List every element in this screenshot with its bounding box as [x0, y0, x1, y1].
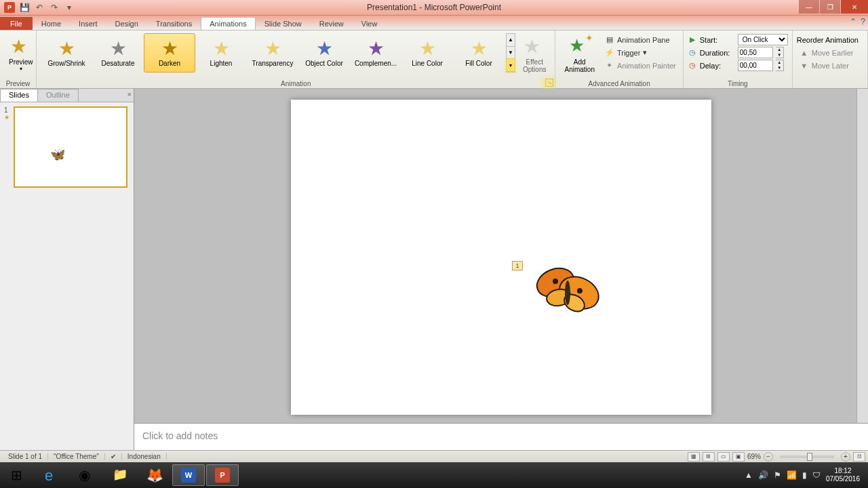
- close-button[interactable]: ✕: [841, 0, 868, 14]
- delay-spinner[interactable]: ▲▼: [776, 60, 784, 71]
- tab-view[interactable]: View: [353, 17, 387, 30]
- zoom-in-button[interactable]: +: [841, 452, 850, 462]
- save-icon[interactable]: 💾: [19, 2, 30, 13]
- tray-battery-icon[interactable]: ▮: [802, 470, 807, 480]
- star-icon: ★: [264, 39, 281, 58]
- tray-network-icon[interactable]: 📶: [787, 470, 797, 480]
- status-theme[interactable]: "Office Theme": [48, 453, 105, 460]
- anim-item-desaturate[interactable]: ★Desaturate: [92, 33, 144, 73]
- taskbar-word[interactable]: W: [172, 464, 205, 486]
- taskbar-powerpoint[interactable]: P: [206, 464, 239, 486]
- panel-tab-slides[interactable]: Slides: [0, 89, 38, 102]
- tab-animations[interactable]: Animations: [201, 17, 255, 30]
- tray-volume-icon[interactable]: 🔊: [758, 470, 768, 480]
- preview-star-icon: ★: [10, 35, 32, 57]
- thumbnail-area[interactable]: 1 ★ 🦋: [0, 102, 134, 450]
- quick-access-toolbar: P 💾 ↶ ↷ ▾: [0, 2, 79, 13]
- star-icon: ★: [110, 39, 127, 58]
- anim-item-linecolor[interactable]: ★Line Color: [401, 33, 453, 73]
- butterfly-image[interactable]: [528, 262, 603, 317]
- svg-point-5: [553, 279, 558, 284]
- anim-item-fillcolor[interactable]: ★Fill Color: [453, 33, 505, 73]
- status-slide[interactable]: Slide 1 of 1: [3, 453, 48, 460]
- duration-spinner[interactable]: ▲▼: [776, 47, 784, 58]
- vertical-scrollbar[interactable]: [856, 89, 868, 423]
- taskbar-chrome[interactable]: ◉: [71, 464, 103, 486]
- taskbar-clock[interactable]: 18:12 07/05/2016: [826, 467, 860, 483]
- zoom-slider[interactable]: [780, 455, 834, 458]
- slide-panel: Slides Outline × 1 ★ 🦋: [0, 89, 134, 450]
- fit-window-button[interactable]: ⊡: [853, 452, 865, 462]
- gallery-more-button[interactable]: ▾: [507, 59, 515, 72]
- tray-shield-icon[interactable]: 🛡: [812, 470, 821, 480]
- move-later-button[interactable]: ▼Move Later: [797, 59, 859, 72]
- thumbnail-slide[interactable]: 🦋: [14, 106, 127, 188]
- anim-item-transparency[interactable]: ★Transparency: [247, 33, 298, 73]
- group-reorder: Reorder Animation ▲Move Earlier ▼Move La…: [793, 30, 868, 88]
- effect-options-button[interactable]: ★ Effect Options: [518, 33, 551, 75]
- duration-label: Duration:: [700, 49, 735, 57]
- taskbar-ie[interactable]: e: [37, 464, 69, 486]
- taskbar-explorer[interactable]: 📁: [104, 464, 137, 486]
- move-earlier-button[interactable]: ▲Move Earlier: [797, 46, 859, 59]
- maximize-button[interactable]: ❐: [820, 0, 840, 14]
- tab-transitions[interactable]: Transitions: [147, 17, 201, 30]
- svg-point-4: [565, 281, 570, 305]
- notes-pane[interactable]: Click to add notes: [134, 423, 868, 450]
- zoom-out-button[interactable]: −: [764, 452, 773, 462]
- taskbar-firefox[interactable]: 🦊: [138, 464, 171, 486]
- anim-item-darken[interactable]: ★Darken: [144, 33, 195, 73]
- status-language[interactable]: Indonesian: [122, 453, 167, 460]
- view-normal-button[interactable]: ▦: [688, 452, 700, 462]
- tab-home[interactable]: Home: [33, 17, 70, 30]
- trigger-button[interactable]: ⚡Trigger ▾: [602, 46, 679, 59]
- move-down-icon: ▼: [800, 62, 809, 70]
- tab-insert[interactable]: Insert: [70, 17, 106, 30]
- star-icon: ★: [316, 39, 333, 58]
- preview-button[interactable]: ★ Preview ▾: [4, 33, 38, 74]
- slide-canvas[interactable]: 1: [291, 100, 711, 415]
- view-sorter-button[interactable]: ⊞: [703, 452, 715, 462]
- view-reading-button[interactable]: ▭: [717, 452, 730, 462]
- panel-tab-outline[interactable]: Outline: [37, 89, 79, 102]
- tab-file[interactable]: File: [0, 17, 33, 30]
- start-button[interactable]: ⊞: [3, 464, 35, 486]
- help-icon[interactable]: ?: [861, 17, 865, 26]
- tray-up-icon[interactable]: ▲: [745, 470, 753, 480]
- view-slideshow-button[interactable]: ▣: [732, 452, 745, 462]
- gallery-up-icon[interactable]: ▲: [507, 34, 515, 47]
- anim-item-growshrink[interactable]: ★Grow/Shrink: [41, 33, 92, 73]
- qat-dropdown-icon[interactable]: ▾: [64, 2, 75, 13]
- gallery-down-icon[interactable]: ▼: [507, 47, 515, 60]
- anim-item-objectcolor[interactable]: ★Object Color: [298, 33, 350, 73]
- redo-icon[interactable]: ↷: [49, 2, 60, 13]
- taskbar: ⊞ e ◉ 📁 🦊 W P ▲ 🔊 ⚑ 📶 ▮ 🛡 18:12 07/05/20…: [0, 462, 868, 488]
- start-select[interactable]: On Click: [738, 34, 788, 45]
- app-icon[interactable]: P: [4, 2, 15, 13]
- status-spellcheck-icon[interactable]: ✔: [105, 453, 122, 460]
- title-bar: P 💾 ↶ ↷ ▾ Presentation1 - Microsoft Powe…: [0, 0, 868, 16]
- minimize-ribbon-icon[interactable]: ⌃: [850, 17, 856, 26]
- canvas-area[interactable]: 1: [134, 89, 868, 423]
- slide-thumbnail[interactable]: 1 ★ 🦋: [4, 106, 130, 188]
- notes-placeholder: Click to add notes: [142, 430, 218, 441]
- anim-item-complemen[interactable]: ★Complemen...: [350, 33, 401, 73]
- animation-pane-button[interactable]: ▤Animation Pane: [602, 33, 679, 46]
- svg-point-6: [577, 288, 583, 293]
- duration-clock-icon: ◷: [688, 48, 697, 57]
- tab-review[interactable]: Review: [311, 17, 353, 30]
- undo-icon[interactable]: ↶: [34, 2, 45, 13]
- zoom-value[interactable]: 69%: [747, 453, 761, 460]
- add-animation-button[interactable]: ★✦ Add Animation: [559, 33, 599, 75]
- tab-slideshow[interactable]: Slide Show: [256, 17, 311, 30]
- duration-input[interactable]: [738, 47, 773, 58]
- animation-launcher[interactable]: ↘: [545, 79, 553, 87]
- animation-painter-button[interactable]: ✦Animation Painter: [602, 59, 679, 72]
- anim-item-lighten[interactable]: ★Lighten: [195, 33, 247, 73]
- delay-input[interactable]: [738, 60, 773, 71]
- tray-flag-icon[interactable]: ⚑: [774, 470, 781, 480]
- minimize-button[interactable]: —: [799, 0, 819, 14]
- tab-design[interactable]: Design: [106, 17, 147, 30]
- panel-close-icon[interactable]: ×: [127, 90, 132, 98]
- animation-tag[interactable]: 1: [512, 261, 523, 270]
